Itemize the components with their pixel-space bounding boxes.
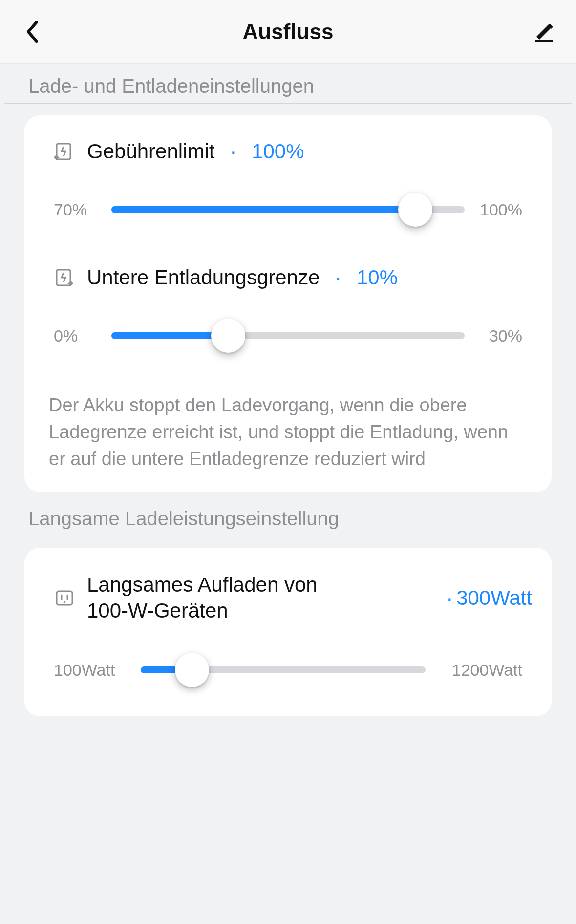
- outlet-icon: [54, 587, 75, 609]
- svg-point-6: [64, 601, 66, 603]
- charge-limit-value: 100%: [252, 140, 304, 163]
- section-heading-charge-discharge: Lade- und Entladeneinstellungen: [4, 64, 572, 104]
- section-heading-slow-charge: Langsame Ladeleistungseinstellung: [4, 496, 572, 536]
- slider-thumb[interactable]: [211, 319, 245, 353]
- slow-charge-slider[interactable]: [141, 653, 426, 687]
- chevron-left-icon: [24, 20, 39, 43]
- page-title: Ausfluss: [243, 20, 334, 44]
- slow-charge-min: 100Watt: [54, 661, 127, 680]
- battery-charge-in-icon: [54, 141, 75, 162]
- slow-charge-card: Langsames Aufladen von 100-W-Geräten · 3…: [24, 548, 552, 716]
- charge-limit-max: 100%: [478, 200, 522, 219]
- separator-dot: ·: [230, 140, 236, 163]
- slider-fill: [111, 206, 415, 213]
- slow-charge-value: 300Watt: [456, 586, 532, 610]
- battery-charge-out-icon: [54, 267, 75, 288]
- discharge-limit-slider-wrap: 0% 30%: [44, 319, 532, 353]
- charge-discharge-card: Gebührenlimit · 100% 70% 100% Untere Ent…: [24, 115, 552, 492]
- slow-charge-max: 1200Watt: [439, 661, 522, 680]
- charge-limit-min: 70%: [54, 200, 98, 219]
- charge-limit-label: Gebührenlimit: [87, 140, 214, 163]
- separator-dot: ·: [447, 586, 452, 610]
- discharge-limit-slider[interactable]: [111, 319, 465, 353]
- pencil-icon: [533, 21, 555, 43]
- charge-discharge-description: Der Akku stoppt den Ladevorgang, wenn di…: [44, 392, 532, 473]
- charge-limit-row: Gebührenlimit · 100%: [44, 140, 532, 163]
- discharge-limit-label: Untere Entladungsgrenze: [87, 266, 320, 289]
- discharge-limit-max: 30%: [478, 326, 522, 345]
- slow-charge-slider-wrap: 100Watt 1200Watt: [44, 653, 532, 687]
- back-button[interactable]: [20, 20, 44, 44]
- slider-thumb[interactable]: [175, 653, 209, 687]
- header: Ausfluss: [0, 0, 576, 64]
- discharge-limit-row: Untere Entladungsgrenze · 10%: [44, 266, 532, 289]
- discharge-limit-value: 10%: [357, 266, 398, 289]
- slow-charge-row: Langsames Aufladen von 100-W-Geräten · 3…: [44, 572, 532, 623]
- slider-thumb[interactable]: [398, 193, 432, 227]
- charge-limit-slider[interactable]: [111, 193, 465, 227]
- charge-limit-slider-wrap: 70% 100%: [44, 193, 532, 227]
- edit-button[interactable]: [532, 20, 556, 44]
- svg-rect-0: [535, 40, 553, 42]
- slow-charge-label: Langsames Aufladen von 100-W-Geräten: [87, 572, 321, 623]
- separator-dot: ·: [335, 266, 341, 289]
- discharge-limit-min: 0%: [54, 326, 98, 345]
